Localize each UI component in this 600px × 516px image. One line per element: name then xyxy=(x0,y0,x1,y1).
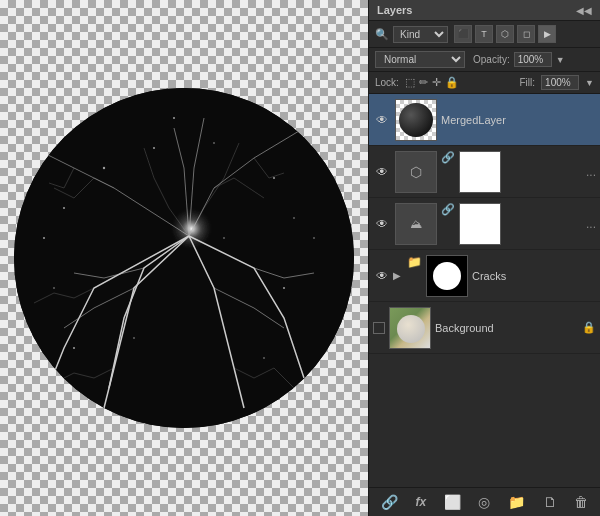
lock-all-icon[interactable]: 🔒 xyxy=(445,76,459,89)
svg-point-6 xyxy=(273,177,275,179)
new-layer-button[interactable]: 🗋 xyxy=(539,492,561,512)
svg-point-12 xyxy=(133,337,135,339)
lock-move-icon[interactable]: ✛ xyxy=(432,76,441,89)
layer-thumb-area: ⬡ 🔗 xyxy=(395,151,501,193)
layer-thumb-area: 📁 xyxy=(407,255,468,297)
opacity-arrow[interactable]: ▼ xyxy=(556,55,565,65)
layer-thumb-mask2 xyxy=(459,203,501,245)
folder-icon: 📁 xyxy=(407,255,422,297)
filter-type-btn[interactable]: ⬡ xyxy=(496,25,514,43)
svg-point-11 xyxy=(263,357,265,359)
svg-point-16 xyxy=(223,237,225,239)
fx-button[interactable]: fx xyxy=(411,493,430,511)
lightning-svg xyxy=(14,88,354,428)
layer-row[interactable]: 👁 ▶ 📁 Cracks xyxy=(369,250,600,302)
filter-toggle-btn[interactable]: ▶ xyxy=(538,25,556,43)
svg-point-9 xyxy=(53,287,55,289)
layer-thumb-mask xyxy=(459,151,501,193)
panel-collapse-arrows[interactable]: ◀◀ xyxy=(576,5,592,16)
background-lock-icon: 🔒 xyxy=(582,321,596,334)
layer-thumb-main xyxy=(395,99,437,141)
layer-thumb-area: ⛰ 🔗 xyxy=(395,203,501,245)
layer-thumbnail-ball xyxy=(399,103,433,137)
panel-header: Layers ◀◀ xyxy=(369,0,600,21)
filter-pixel-btn[interactable]: ⬛ xyxy=(454,25,472,43)
mountain-icon: ⛰ xyxy=(410,217,422,231)
opacity-label: Opacity: xyxy=(473,54,510,65)
svg-point-13 xyxy=(43,237,45,239)
layer-options-dots[interactable]: ... xyxy=(586,217,596,231)
fill-label: Fill: xyxy=(520,77,536,88)
lock-row: Lock: ⬚ ✏ ✛ 🔒 Fill: ▼ xyxy=(369,72,600,94)
svg-point-5 xyxy=(213,142,215,144)
layer-thumb-cracks xyxy=(426,255,468,297)
search-icon: 🔍 xyxy=(375,28,389,41)
svg-point-8 xyxy=(283,287,285,289)
panel-toolbar: 🔗 fx ⬜ ◎ 📁 🗋 🗑 xyxy=(369,487,600,516)
visibility-checkbox[interactable] xyxy=(373,322,385,334)
fill-input[interactable] xyxy=(541,75,579,90)
lock-brush-icon[interactable]: ✏ xyxy=(419,76,428,89)
link-icon: 🔗 xyxy=(441,203,455,245)
fill-arrow[interactable]: ▼ xyxy=(585,78,594,88)
visibility-icon[interactable]: 👁 xyxy=(373,269,391,283)
panel-title: Layers xyxy=(377,4,412,16)
smart-filter-icon: ⬡ xyxy=(410,164,422,180)
link-icon: 🔗 xyxy=(441,151,455,193)
link-layers-button[interactable]: 🔗 xyxy=(377,492,402,512)
filter-adjustment-btn[interactable]: T xyxy=(475,25,493,43)
layer-row[interactable]: 👁 ⛰ 🔗 ... xyxy=(369,198,600,250)
svg-point-7 xyxy=(313,237,315,239)
canvas-area xyxy=(0,0,368,516)
lock-label: Lock: xyxy=(375,77,399,88)
layer-row[interactable]: 👁 ⬡ 🔗 ... xyxy=(369,146,600,198)
svg-point-2 xyxy=(63,207,65,209)
new-group-button[interactable]: 📁 xyxy=(504,492,529,512)
adjustment-button[interactable]: ◎ xyxy=(474,492,494,512)
opacity-input[interactable] xyxy=(514,52,552,67)
layer-name: Cracks xyxy=(472,270,596,282)
layer-thumb-smart2-icon: ⛰ xyxy=(395,203,437,245)
layer-name: Background xyxy=(435,322,582,334)
svg-point-4 xyxy=(153,147,155,149)
layer-row[interactable]: 👁 MergedLayer xyxy=(369,94,600,146)
layer-row[interactable]: Background 🔒 xyxy=(369,302,600,354)
canvas-circle xyxy=(14,88,354,428)
filter-icons: ⬛ T ⬡ ◻ ▶ xyxy=(454,25,556,43)
blend-row: Normal Opacity: ▼ xyxy=(369,48,600,72)
delete-layer-button[interactable]: 🗑 xyxy=(570,492,592,512)
cracks-white-circle xyxy=(433,262,461,290)
layer-options-dots[interactable]: ... xyxy=(586,165,596,179)
visibility-icon[interactable]: 👁 xyxy=(373,165,391,179)
layer-thumb-area xyxy=(395,99,437,141)
filter-kind-select[interactable]: Kind xyxy=(393,26,448,43)
visibility-icon[interactable]: 👁 xyxy=(373,113,391,127)
add-mask-button[interactable]: ⬜ xyxy=(440,492,465,512)
lock-checkerboard-icon[interactable]: ⬚ xyxy=(405,76,415,89)
background-ball xyxy=(397,315,425,343)
layer-thumb-background xyxy=(389,307,431,349)
visibility-icon[interactable]: 👁 xyxy=(373,217,391,231)
lock-icons: ⬚ ✏ ✛ 🔒 xyxy=(405,76,459,89)
svg-point-10 xyxy=(73,347,75,349)
expand-arrow[interactable]: ▶ xyxy=(391,270,403,281)
layers-list: 👁 MergedLayer 👁 ⬡ 🔗 ... 👁 xyxy=(369,94,600,487)
svg-point-15 xyxy=(173,117,175,119)
svg-point-14 xyxy=(293,217,295,219)
filter-smart-btn[interactable]: ◻ xyxy=(517,25,535,43)
layer-name: MergedLayer xyxy=(441,114,596,126)
layer-thumb-area xyxy=(389,307,431,349)
svg-point-3 xyxy=(103,167,105,169)
blend-mode-select[interactable]: Normal xyxy=(375,51,465,68)
filter-row: 🔍 Kind ⬛ T ⬡ ◻ ▶ xyxy=(369,21,600,48)
layer-thumb-smart-icon: ⬡ xyxy=(395,151,437,193)
layers-panel: Layers ◀◀ 🔍 Kind ⬛ T ⬡ ◻ ▶ Normal Opacit… xyxy=(368,0,600,516)
